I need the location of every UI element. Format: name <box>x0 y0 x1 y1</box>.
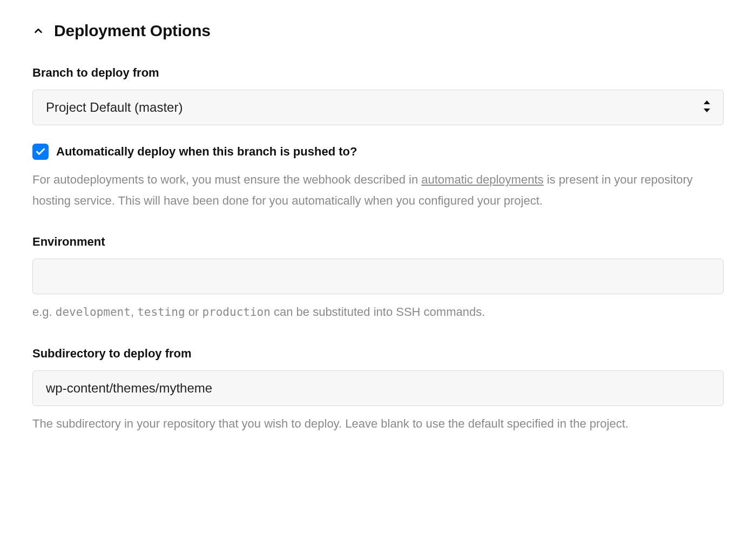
environment-help-code1: development <box>56 306 131 319</box>
autodeploy-checkbox[interactable] <box>32 144 49 160</box>
environment-help-prefix: e.g. <box>32 305 56 319</box>
branch-select-wrapper <box>32 90 724 125</box>
environment-label: Environment <box>32 235 724 249</box>
subdirectory-help-text: The subdirectory in your repository that… <box>32 414 724 435</box>
environment-input[interactable] <box>32 259 724 294</box>
environment-help-code3: production <box>202 306 270 319</box>
environment-help-code2: testing <box>137 306 185 319</box>
section-title: Deployment Options <box>54 22 211 40</box>
autodeploy-checkbox-label[interactable]: Automatically deploy when this branch is… <box>56 145 357 159</box>
automatic-deployments-link[interactable]: automatic deployments <box>421 173 543 186</box>
environment-help-suffix: can be substituted into SSH commands. <box>271 305 485 319</box>
subdirectory-label: Subdirectory to deploy from <box>32 347 724 361</box>
environment-field-group: Environment e.g. development, testing or… <box>32 235 724 323</box>
environment-help-text: e.g. development, testing or production … <box>32 302 724 323</box>
autodeploy-help-before: For autodeployments to work, you must en… <box>32 173 421 186</box>
branch-label: Branch to deploy from <box>32 66 724 80</box>
chevron-up-icon <box>32 25 44 37</box>
autodeploy-checkbox-row: Automatically deploy when this branch is… <box>32 144 724 160</box>
branch-field-group: Branch to deploy from Automatically depl… <box>32 66 724 211</box>
environment-help-sep2: or <box>185 305 202 319</box>
branch-select[interactable] <box>32 90 724 125</box>
deployment-options-section-header[interactable]: Deployment Options <box>32 22 724 40</box>
subdirectory-field-group: Subdirectory to deploy from The subdirec… <box>32 347 724 435</box>
subdirectory-input[interactable] <box>32 370 724 406</box>
environment-help-sep1: , <box>131 305 137 319</box>
autodeploy-help-text: For autodeployments to work, you must en… <box>32 170 724 211</box>
